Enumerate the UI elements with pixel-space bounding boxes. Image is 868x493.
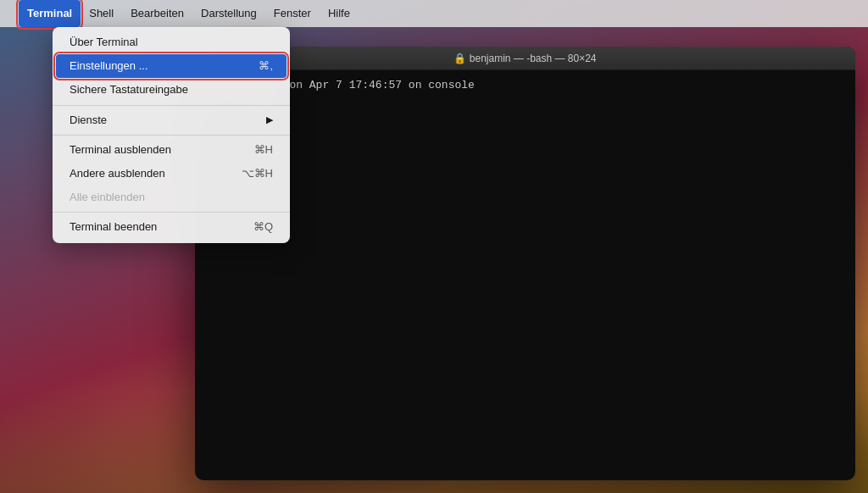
separator-2 xyxy=(53,135,290,136)
terminal-line-1: Last login: Mon Apr 7 17:46:57 on consol… xyxy=(203,77,847,94)
menubar-item-shell[interactable]: Shell xyxy=(81,0,122,27)
lock-icon: 🔒 xyxy=(453,53,466,64)
menu-item-show-all-label: Alle einblenden xyxy=(70,190,145,205)
terminal-title: 🔒 benjamin — -bash — 80×24 xyxy=(453,53,596,64)
menubar-item-fenster[interactable]: Fenster xyxy=(265,0,320,27)
menu-item-hide-others-shortcut: ⌥⌘H xyxy=(242,166,273,181)
terminal-titlebar: 🔒 benjamin — -bash — 80×24 xyxy=(195,47,855,70)
separator-1 xyxy=(53,105,290,106)
terminal-body[interactable]: Last login: Mon Apr 7 17:46:57 on consol… xyxy=(195,70,855,480)
terminal-title-text: benjamin — -bash — 80×24 xyxy=(470,53,597,64)
terminal-line-2: benjamin$ xyxy=(203,94,847,111)
menu-item-hide-terminal[interactable]: Terminal ausblenden ⌘H xyxy=(56,138,287,162)
menu-item-secure-input-label: Sichere Tastatureingabe xyxy=(70,82,188,97)
menu-item-services-label: Dienste xyxy=(70,113,107,128)
menu-item-hide-others-label: Andere ausblenden xyxy=(70,166,165,181)
menu-item-about-label: Über Terminal xyxy=(70,35,138,50)
submenu-arrow-icon: ▶ xyxy=(266,114,273,126)
menubar-item-terminal[interactable]: Terminal xyxy=(19,0,81,27)
menu-item-show-all[interactable]: Alle einblenden xyxy=(56,186,287,209)
menu-item-hide-terminal-label: Terminal ausblenden xyxy=(70,142,171,158)
menubar: Terminal Shell Bearbeiten Darstellung Fe… xyxy=(0,0,868,27)
menubar-item-hilfe[interactable]: Hilfe xyxy=(320,0,359,27)
menu-item-settings[interactable]: Einstellungen ... ⌘, xyxy=(56,54,287,78)
menu-item-quit-label: Terminal beenden xyxy=(70,219,157,235)
menu-item-settings-shortcut: ⌘, xyxy=(259,58,273,74)
menubar-item-bearbeiten[interactable]: Bearbeiten xyxy=(122,0,192,27)
menu-item-quit[interactable]: Terminal beenden ⌘Q xyxy=(56,215,287,239)
menubar-item-darstellung[interactable]: Darstellung xyxy=(192,0,265,27)
menu-item-hide-terminal-shortcut: ⌘H xyxy=(254,142,273,158)
menu-item-services[interactable]: Dienste ▶ xyxy=(56,108,287,132)
separator-3 xyxy=(53,212,290,213)
terminal-menu-dropdown: Über Terminal Einstellungen ... ⌘, Siche… xyxy=(53,27,290,243)
menu-item-about[interactable]: Über Terminal xyxy=(56,30,287,54)
menu-item-quit-shortcut: ⌘Q xyxy=(253,219,273,235)
menu-item-secure-input[interactable]: Sichere Tastatureingabe xyxy=(56,78,287,102)
menu-item-settings-label: Einstellungen ... xyxy=(70,58,148,74)
menu-item-hide-others[interactable]: Andere ausblenden ⌥⌘H xyxy=(56,162,287,186)
terminal-window: 🔒 benjamin — -bash — 80×24 Last login: M… xyxy=(195,47,855,480)
